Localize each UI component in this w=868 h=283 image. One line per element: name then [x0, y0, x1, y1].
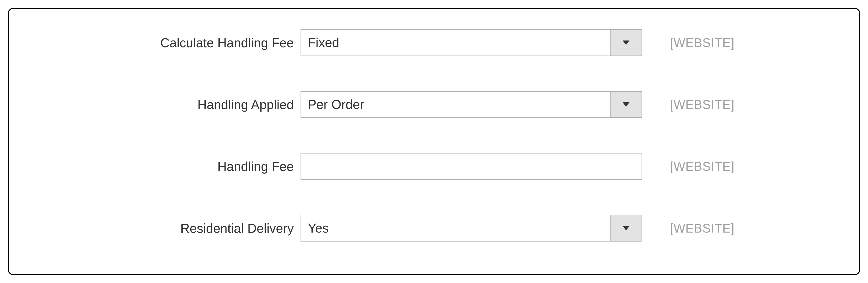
control-col: Yes	[301, 215, 642, 242]
label-handling-fee: Handling Fee	[217, 159, 294, 174]
chevron-down-icon	[623, 226, 629, 230]
select-value: Fixed	[301, 30, 610, 56]
scope-label: [WEBSITE]	[670, 36, 735, 50]
select-handling-applied[interactable]: Per Order	[301, 91, 642, 118]
chevron-down-icon	[623, 102, 629, 107]
scope-label: [WEBSITE]	[670, 98, 735, 112]
label-handling-applied: Handling Applied	[197, 97, 294, 112]
label-calculate-handling-fee: Calculate Handling Fee	[160, 36, 294, 50]
control-col: Per Order	[301, 91, 642, 118]
scope-col: [WEBSITE]	[642, 97, 735, 112]
label-col: Residential Delivery	[9, 221, 301, 236]
label-residential-delivery: Residential Delivery	[180, 221, 294, 235]
input-handling-fee[interactable]	[301, 153, 642, 180]
control-col: Fixed	[301, 29, 642, 56]
scope-label: [WEBSITE]	[670, 221, 735, 235]
select-arrow-button[interactable]	[610, 92, 642, 117]
select-residential-delivery[interactable]: Yes	[301, 215, 642, 242]
select-arrow-button[interactable]	[610, 215, 642, 241]
row-calculate-handling-fee: Calculate Handling Fee Fixed [WEBSITE]	[9, 29, 859, 56]
label-col: Calculate Handling Fee	[9, 35, 301, 50]
control-col	[301, 153, 642, 180]
select-value: Per Order	[301, 92, 610, 117]
label-col: Handling Fee	[9, 159, 301, 174]
scope-label: [WEBSITE]	[670, 160, 735, 173]
row-residential-delivery: Residential Delivery Yes [WEBSITE]	[9, 215, 859, 242]
scope-col: [WEBSITE]	[642, 159, 735, 174]
config-panel: Calculate Handling Fee Fixed [WEBSITE] H…	[8, 8, 860, 275]
row-handling-applied: Handling Applied Per Order [WEBSITE]	[9, 91, 859, 118]
label-col: Handling Applied	[9, 97, 301, 112]
select-calculate-handling-fee[interactable]: Fixed	[301, 29, 642, 56]
chevron-down-icon	[623, 40, 629, 45]
select-value: Yes	[301, 215, 610, 241]
select-arrow-button[interactable]	[610, 30, 642, 56]
scope-col: [WEBSITE]	[642, 221, 735, 235]
row-handling-fee: Handling Fee [WEBSITE]	[9, 153, 859, 180]
scope-col: [WEBSITE]	[642, 36, 735, 50]
